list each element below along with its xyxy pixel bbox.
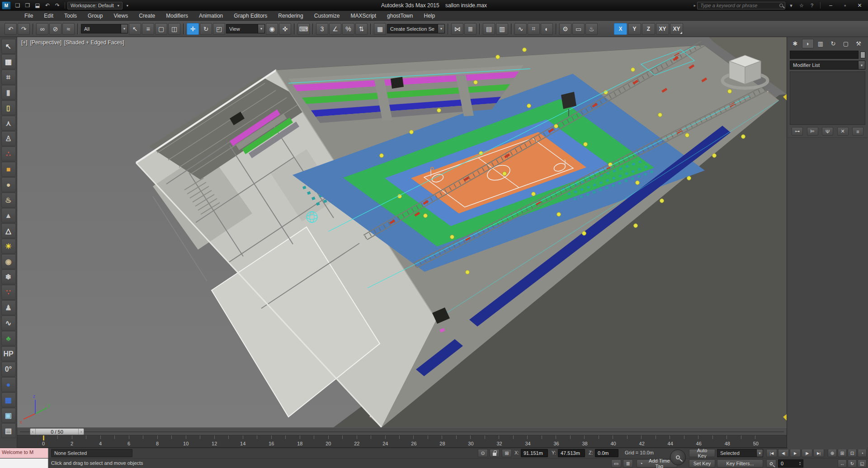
left-toolbar-button[interactable]: ▯ bbox=[1, 100, 16, 115]
workspace-dropdown[interactable]: Workspace: Default ▾ bbox=[67, 2, 123, 9]
left-toolbar-button[interactable]: ♨ bbox=[1, 193, 16, 208]
current-frame-field[interactable]: 0 ▴ ▾ bbox=[778, 459, 803, 468]
keyboard-shortcut-override-toggle[interactable]: ⌨ bbox=[297, 23, 310, 35]
curve-editor-button[interactable]: ∿ bbox=[514, 23, 527, 35]
modifier-stack[interactable] bbox=[790, 71, 865, 125]
left-toolbar-button[interactable]: ❄ bbox=[1, 269, 16, 284]
viewport-nav-button[interactable]: ◔ bbox=[858, 449, 867, 457]
playback-button[interactable]: |▶ bbox=[802, 449, 812, 457]
frame-spinner[interactable]: ▴ ▾ bbox=[799, 461, 801, 466]
menu-item[interactable]: Rendering bbox=[273, 11, 308, 20]
command-panel-tab[interactable]: ⚒ bbox=[853, 39, 864, 48]
minimize-button[interactable]: – bbox=[824, 1, 837, 10]
track-bar[interactable]: 0 2 4 6 8 10 12 14 16 18 20 22 24 26 28 bbox=[17, 435, 787, 448]
qat-undo-button[interactable]: ↶ bbox=[42, 1, 52, 10]
modifier-stack-button[interactable]: ⊶ bbox=[792, 127, 803, 136]
key-filters-button[interactable]: Key Filters... bbox=[717, 459, 763, 468]
left-toolbar-button[interactable]: ∴ bbox=[1, 147, 16, 161]
menu-item[interactable]: ghostTown bbox=[382, 11, 418, 20]
x-coordinate-field[interactable]: 91.151m bbox=[521, 449, 548, 457]
object-color-swatch[interactable] bbox=[860, 52, 865, 58]
menu-item[interactable]: Help bbox=[418, 11, 440, 20]
left-toolbar-button[interactable]: 0° bbox=[1, 362, 16, 377]
set-keys-button[interactable] bbox=[670, 449, 686, 465]
angle-snap-toggle[interactable]: ∠ bbox=[329, 23, 341, 35]
menu-item[interactable]: Views bbox=[108, 11, 133, 20]
isolate-selection-toggle[interactable]: ⊙ bbox=[478, 449, 488, 457]
viewport-canvas[interactable]: x y z bbox=[17, 37, 787, 427]
render-production-button[interactable]: ♨ bbox=[585, 23, 598, 35]
toggle-layer-explorer-button[interactable]: ▥ bbox=[496, 23, 508, 35]
viewport-nav-button[interactable]: ⊡ bbox=[848, 449, 857, 457]
time-slider[interactable]: ‹ 0 / 50 › bbox=[17, 427, 787, 435]
sign-in-dropdown[interactable]: ▾ bbox=[787, 1, 796, 9]
edit-named-selection-sets-button[interactable]: ▦ bbox=[374, 23, 386, 35]
menu-item[interactable]: Customize bbox=[309, 11, 345, 20]
left-toolbar-button[interactable]: ∵ bbox=[1, 285, 16, 300]
selection-filter-dropdown[interactable]: All ▾ bbox=[81, 24, 128, 33]
qat-redo-button[interactable]: ↷ bbox=[52, 1, 62, 10]
select-object-button[interactable]: ↖ bbox=[129, 23, 141, 35]
search-flyout-icon[interactable]: ▸ bbox=[693, 3, 696, 8]
command-panel-tab[interactable]: ↻ bbox=[827, 39, 839, 48]
menu-item[interactable]: Create bbox=[133, 11, 160, 20]
select-and-link-button[interactable]: ∞ bbox=[36, 23, 48, 35]
next-frame-nub[interactable]: › bbox=[78, 429, 84, 435]
z-coordinate-field[interactable]: 0.0m bbox=[595, 449, 618, 457]
named-selection-sets-dropdown[interactable]: Create Selection Se ▾ bbox=[387, 24, 445, 33]
undo-button[interactable]: ↶ bbox=[5, 23, 17, 35]
restrict-x-button[interactable]: X bbox=[614, 23, 627, 35]
time-slider-handle[interactable]: ‹ 0 / 50 › bbox=[30, 428, 84, 435]
window-crossing-toggle[interactable]: ◫ bbox=[168, 23, 180, 35]
schematic-view-button[interactable]: ⌗ bbox=[528, 23, 540, 35]
modifier-stack-button[interactable]: Ψ bbox=[822, 127, 833, 136]
percent-snap-toggle[interactable]: % bbox=[342, 23, 354, 35]
perspective-viewport[interactable]: [+] [Perspective] [Shaded + Edged Faces] bbox=[17, 37, 787, 427]
menu-item[interactable]: Edit bbox=[38, 11, 59, 20]
modifier-stack-button[interactable]: ≡ bbox=[852, 127, 863, 136]
rectangular-selection-region-button[interactable]: ▢ bbox=[155, 23, 167, 35]
left-toolbar-button[interactable]: △ bbox=[1, 223, 16, 238]
viewport-nav-button[interactable]: ◱ bbox=[858, 459, 867, 468]
menu-item[interactable]: Animation bbox=[193, 11, 228, 20]
viewport-nav-button[interactable]: ⊕ bbox=[828, 449, 837, 457]
application-menu-button[interactable]: M bbox=[2, 1, 11, 9]
open-file-button[interactable]: ❒ bbox=[23, 1, 33, 10]
object-name-field[interactable] bbox=[790, 51, 859, 59]
left-toolbar-button[interactable]: ⌗ bbox=[1, 70, 16, 85]
spinner-snap-toggle[interactable]: ⇅ bbox=[355, 23, 368, 35]
restrict-z-button[interactable]: Z bbox=[642, 23, 655, 35]
reference-coordinate-system-dropdown[interactable]: View ▾ bbox=[226, 24, 265, 33]
rendered-frame-window-button[interactable]: ▭ bbox=[572, 23, 585, 35]
left-toolbar-button[interactable]: ▲ bbox=[1, 208, 16, 223]
menu-item[interactable]: MAXScript bbox=[345, 11, 382, 20]
viewport-menu-view[interactable]: [Perspective] bbox=[30, 39, 61, 46]
previous-frame-nub[interactable]: ‹ bbox=[30, 429, 36, 435]
toggle-scene-explorer-button[interactable]: ▤ bbox=[483, 23, 495, 35]
mirror-button[interactable]: ⋈ bbox=[451, 23, 463, 35]
maxscript-listener-input[interactable] bbox=[0, 459, 48, 468]
restrict-y-button[interactable]: Y bbox=[628, 23, 641, 35]
maxscript-mini-listener[interactable]: Welcome to M bbox=[0, 448, 48, 458]
select-and-rotate-button[interactable]: ↻ bbox=[200, 23, 212, 35]
qat-customize-button[interactable]: ▾ bbox=[123, 1, 132, 10]
command-panel-tab[interactable]: ✱ bbox=[789, 39, 801, 48]
close-button[interactable]: ✕ bbox=[853, 1, 866, 10]
y-coordinate-field[interactable]: 47.513m bbox=[558, 449, 585, 457]
command-panel-tab[interactable]: ▥ bbox=[815, 39, 826, 48]
menu-item[interactable]: Graph Editors bbox=[228, 11, 273, 20]
search-icon[interactable] bbox=[779, 4, 783, 7]
viewport-menu-shading[interactable]: [Shaded + Edged Faces] bbox=[64, 39, 124, 46]
restrict-xy-plane-button[interactable]: XY bbox=[656, 23, 669, 35]
left-toolbar-button[interactable]: ♟ bbox=[1, 300, 16, 315]
align-button[interactable]: ≣ bbox=[464, 23, 476, 35]
bind-to-space-warp-button[interactable]: ≈ bbox=[62, 23, 75, 35]
menu-item[interactable]: File bbox=[19, 11, 38, 20]
macro-recorder-toggle[interactable]: ▭ bbox=[611, 459, 621, 468]
playback-button[interactable]: ◀| bbox=[778, 449, 789, 457]
key-mode-dropdown[interactable]: Selected ▾ bbox=[717, 449, 763, 457]
viewport-nav-button[interactable]: ↻ bbox=[848, 459, 857, 468]
viewport-nav-button[interactable]: ⊞ bbox=[838, 449, 847, 457]
use-pivot-point-center-button[interactable]: ◉ bbox=[266, 23, 278, 35]
command-panel-tab[interactable]: ▢ bbox=[840, 39, 852, 48]
